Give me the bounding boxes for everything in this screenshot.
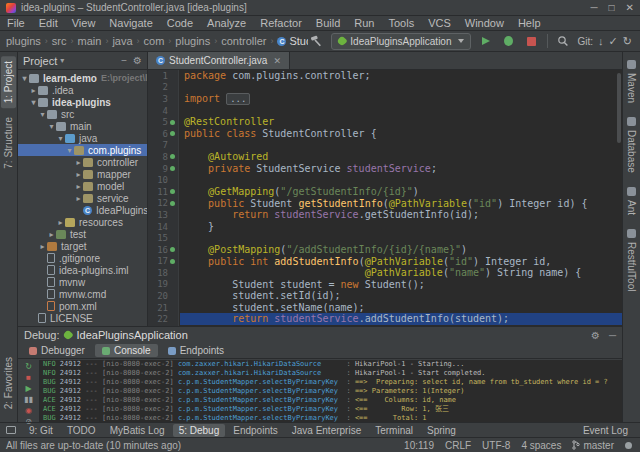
tree-chevron-icon[interactable]: ▾ [38,110,47,119]
code-line[interactable]: @Autowired [180,151,622,163]
tool-button-2-favorites[interactable]: 2: Favorites [1,352,16,414]
toolwindow-button-mybatis-log[interactable]: MyBatis Log [104,424,171,437]
tree-chevron-icon[interactable]: ▾ [29,98,38,107]
code-line[interactable]: student.setName(name); [180,302,622,314]
indent-style[interactable]: 4 spaces [521,440,561,451]
gutter-line[interactable]: 21 [148,302,178,314]
view-breakpoints-icon[interactable]: ◉ [21,406,37,416]
tree-item-idea[interactable]: ▸.idea [18,84,147,96]
tree-chevron-icon[interactable]: ▸ [74,158,83,167]
tool-button-restfultool[interactable]: RestfulTool [626,229,637,291]
editor-scrollbar[interactable] [617,73,621,143]
tree-item-target[interactable]: ▸target [18,240,147,252]
menu-code[interactable]: Code [160,16,200,30]
tree-item-src[interactable]: ▾src [18,108,147,120]
settings-gear-icon[interactable]: ⚙ [133,55,142,66]
project-panel-title[interactable]: Project [23,55,57,67]
tree-item-main[interactable]: ▾main [18,120,147,132]
tree-chevron-icon[interactable]: ▾ [47,122,56,131]
menu-refactor[interactable]: Refactor [253,16,309,30]
gutter-line[interactable]: 11 [148,186,178,198]
code-line[interactable]: @PathVariable("name") String name) { [180,267,622,279]
spring-bean-marker[interactable] [168,153,176,161]
toolwindow-button-5-debug[interactable]: 5: Debug [173,424,226,437]
close-icon[interactable]: ✕ [626,3,634,13]
breadcrumb-item-plugins[interactable]: plugins [4,35,43,47]
gutter-line[interactable]: 4 [148,105,178,117]
tree-chevron-icon[interactable]: ▸ [74,170,83,179]
resume-icon[interactable]: ▶ [21,384,37,394]
toolwindow-button-9-git[interactable]: 9: Git [23,424,59,437]
gutter-line[interactable]: 17 [148,256,178,268]
hide-panel-icon[interactable]: ─ [609,330,616,341]
gutter-line[interactable]: 10 [148,174,178,186]
menu-edit[interactable]: Edit [32,16,65,30]
tab-close-icon[interactable]: ✕ [273,56,281,66]
search-everywhere-icon[interactable] [555,33,571,49]
code-line[interactable]: public Student getStudentInfo(@PathVaria… [180,198,622,210]
tree-item-mapper[interactable]: ▸mapper [18,168,147,180]
tree-item-service[interactable]: ▸service [18,192,147,204]
tool-button-7-structure[interactable]: 7: Structure [1,112,16,174]
tree-item-idea-plugins-iml[interactable]: idea-plugins.iml [18,264,147,276]
toolwindow-button-spring[interactable]: Spring [421,424,462,437]
toolwindow-button-event-log[interactable]: Event Log [577,424,634,437]
tree-chevron-icon[interactable]: ▸ [56,218,65,227]
debug-tab-endpoints[interactable]: Endpoints [161,344,231,357]
gutter-line[interactable]: 8 [148,151,178,163]
spring-bean-marker[interactable] [168,199,176,207]
code-line[interactable]: @RestController [180,116,622,128]
code-line[interactable] [180,105,622,117]
breadcrumb-item-src[interactable]: src [50,35,69,47]
editor-code-area[interactable]: package com.plugins.controller;import ..… [180,70,622,326]
file-encoding[interactable]: UTF-8 [482,440,510,451]
tree-item-model[interactable]: ▸model [18,180,147,192]
tree-chevron-icon[interactable]: ▾ [65,146,74,155]
git-revert-icon[interactable]: ↻ [623,36,632,47]
code-line[interactable]: private StudentService studentService; [180,163,622,175]
tool-button-maven[interactable]: Maven [626,60,637,103]
toolwindow-button-java-enterprise[interactable]: Java Enterprise [286,424,367,437]
code-line[interactable]: Student student = new Student(); [180,279,622,291]
collapse-all-icon[interactable]: − [121,55,127,66]
code-line[interactable] [180,232,622,244]
menu-navigate[interactable]: Navigate [102,16,159,30]
breadcrumb-item-studentcontroller[interactable]: CStudentController [275,35,308,47]
spring-bean-marker[interactable] [168,246,176,254]
tree-item-ideapluginsap[interactable]: CIdeaPluginsAp [18,204,147,216]
gutter-line[interactable]: 6 [148,128,178,140]
breadcrumb-item-main[interactable]: main [76,35,104,47]
debug-tab-console[interactable]: Console [95,344,158,357]
tree-item-mvnw[interactable]: mvnw [18,276,147,288]
tree-item-learn-demo[interactable]: ▾learn-demoE:\project\learn-demo [18,72,147,84]
spring-bean-marker[interactable] [168,188,176,196]
settings-gear-icon[interactable]: ⚙ [591,330,600,341]
menu-window[interactable]: Window [458,16,511,30]
breadcrumb-item-java[interactable]: java [110,35,134,47]
tree-chevron-icon[interactable]: ▸ [74,182,83,191]
tree-item-test[interactable]: ▸test [18,228,147,240]
spring-bean-marker[interactable] [168,130,176,138]
tree-item-com-plugins[interactable]: ▾com.plugins [18,144,147,156]
git-update-icon[interactable]: ↓ [598,36,604,47]
gutter-line[interactable]: 7 [148,140,178,152]
debug-session-tab[interactable]: IdeaPluginsApplication [64,329,187,341]
spring-bean-marker[interactable] [168,165,176,173]
gutter-line[interactable]: 20 [148,290,178,302]
code-line[interactable]: } [180,221,622,233]
minimize-icon[interactable]: ─ [590,3,597,13]
tool-button-database[interactable]: Database [626,117,637,173]
code-line[interactable] [180,82,622,94]
code-line[interactable]: import ... [180,93,622,105]
code-line[interactable]: student.setId(id); [180,290,622,302]
tool-button-ant[interactable]: Ant [626,187,637,215]
gutter-line[interactable]: 13 [148,209,178,221]
tree-item-gitignore[interactable]: .gitignore [18,252,147,264]
debug-button[interactable] [501,33,517,49]
spring-bean-marker[interactable] [168,257,176,265]
menu-file[interactable]: File [0,16,32,30]
code-line[interactable]: public class StudentController { [180,128,622,140]
tree-chevron-icon[interactable]: ▸ [29,86,38,95]
stop-button[interactable] [524,33,540,49]
gutter-line[interactable]: 12 [148,198,178,210]
